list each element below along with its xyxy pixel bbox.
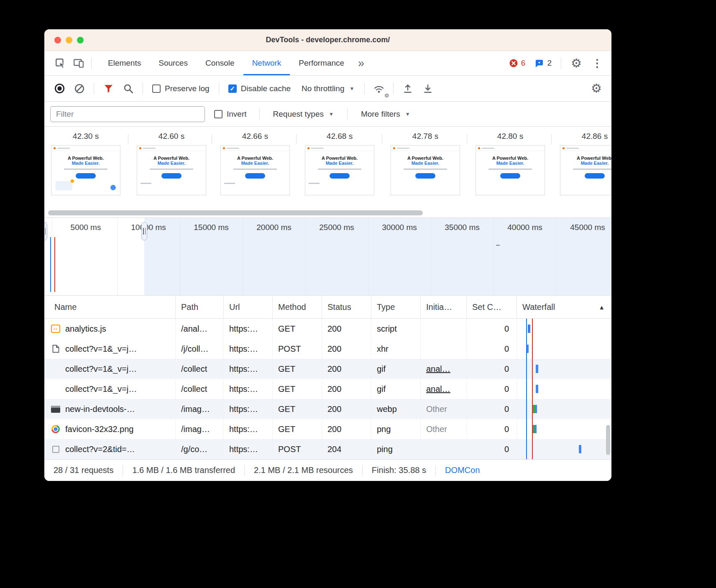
cell-name: new-in-devtools-… [44,399,176,419]
throttling-select[interactable]: No throttling ▼ [297,84,359,93]
disable-cache-checkbox: ✓ [228,84,237,93]
filmstrip-frame[interactable]: 42.80 s A Powerful Web. Made Easier. [476,132,545,195]
kebab-menu-icon: ⋮ [589,57,605,70]
column-header-status[interactable]: Status [322,296,371,318]
thumb-header [221,146,289,151]
thumb-heading: A Powerful Web. [305,156,374,161]
column-header-method[interactable]: Method [273,296,322,318]
thumb-header [560,146,611,151]
thumb-cta-button [245,173,265,179]
frame-timestamp: 42.66 s [220,132,290,145]
divider [143,83,143,95]
thumb-header [391,146,460,151]
minimize-window-button[interactable] [66,37,72,43]
search-network-button[interactable] [119,79,138,98]
cell-initiator [421,439,467,459]
filmstrip-frame[interactable]: 42.86 s A Powerful Web. Made Easier. [560,132,611,195]
throttling-value: No throttling [302,84,344,93]
inspect-element-button[interactable] [51,54,69,72]
tab-network[interactable]: Network [243,51,290,75]
filmstrip-frame[interactable]: 42.78 s A Powerful Web. Made Easier. [391,132,460,195]
cell-set-cookies: 0 [467,379,517,399]
error-badge[interactable]: 6 [506,59,529,68]
filmstrip-frame[interactable]: 42.68 s A Powerful Web. Made Easier. [305,132,374,195]
invert-toggle[interactable]: Invert [210,110,251,119]
cell-waterfall [517,379,611,399]
requests-table-body: analytics.js /anal… https:… GET 200 scri… [44,319,611,459]
domcontentloaded-time: DOMCon [445,465,480,475]
issues-button[interactable]: 2 [531,59,555,68]
import-har-button[interactable] [399,79,417,98]
tab-console[interactable]: Console [197,51,243,75]
script-file-icon [51,325,60,333]
zoom-window-button[interactable] [77,37,84,43]
column-header-set-cookies[interactable]: Set C… [467,296,517,318]
column-header-waterfall[interactable]: Waterfall ▲ [517,296,611,318]
initiator-link[interactable]: anal… [426,364,450,374]
time-tick-label: 5000 ms [71,223,101,232]
filmstrip-frame[interactable]: 42.66 s A Powerful Web. Made Easier. [220,132,290,195]
divider [362,465,363,476]
column-header-path[interactable]: Path [176,296,224,318]
tab-performance[interactable]: Performance [290,51,353,75]
preserve-log-toggle[interactable]: Preserve log [148,84,214,93]
cell-status: 204 [322,439,371,459]
frame-timestamp: 42.78 s [391,132,460,145]
cell-url: https:… [224,359,273,379]
invert-checkbox [214,110,222,118]
network-conditions-button[interactable]: ⚙ [370,79,388,98]
frame-timestamp: 42.30 s [51,132,120,145]
filter-input[interactable] [50,106,205,122]
clear-network-log-button[interactable] [70,79,89,98]
thumb-featured-label [309,183,320,184]
vertical-scrollbar[interactable] [606,425,610,455]
thumb-cta-button [500,173,520,179]
frame-timestamp: 42.80 s [476,132,545,145]
close-window-button[interactable] [54,37,61,43]
record-network-log-button[interactable] [50,79,69,98]
cell-set-cookies: 0 [467,359,517,379]
thumb-featured-label [141,183,151,184]
more-tabs-button[interactable]: » [353,51,369,75]
disable-cache-toggle[interactable]: ✓ Disable cache [224,84,295,93]
cell-waterfall [517,339,611,359]
chrome-favicon-icon [51,424,60,434]
range-handle-right[interactable] [141,222,147,240]
network-settings-button[interactable]: ⚙ [587,79,606,98]
cell-method: GET [273,359,322,379]
column-header-initiator[interactable]: Initia… [421,296,467,318]
tab-elements[interactable]: Elements [99,51,150,75]
range-handle-left[interactable] [44,222,47,240]
waterfall-bar [536,365,538,373]
window-title: DevTools - developer.chrome.com/ [44,36,611,44]
device-toolbar-button[interactable] [69,54,88,72]
export-har-button[interactable] [419,79,437,98]
cell-waterfall [517,359,611,379]
title-bar: DevTools - developer.chrome.com/ [44,29,611,51]
more-filters-select[interactable]: More filters ▼ [356,110,415,119]
settings-gear-button[interactable]: ⚙ [567,54,586,72]
filter-funnel-icon [103,83,114,94]
column-header-type[interactable]: Type [371,296,421,318]
customize-devtools-menu-button[interactable]: ⋮ [588,54,606,72]
thumb-illustration [51,179,120,190]
filmstrip-frame[interactable]: 42.30 s A Powerful Web. Made Easier. [51,132,120,195]
horizontal-scrollbar[interactable] [48,210,423,215]
tab-sources[interactable]: Sources [150,51,197,75]
thumb-header [51,146,120,151]
cell-path: /collect [176,379,224,399]
domcontentloaded-marker-line [526,319,527,459]
filter-toggle-button[interactable] [99,79,118,98]
load-marker-line [532,319,533,459]
cell-name: collect?v=2&tid=… [44,439,176,459]
cell-url: https:… [224,379,273,399]
divider [561,57,561,69]
initiator-link[interactable]: anal… [426,384,450,394]
load-marker-line [54,237,55,292]
column-header-url[interactable]: Url [224,296,273,318]
filmstrip-frame[interactable]: 42.60 s A Powerful Web. Made Easier. [137,132,206,195]
frame-thumbnail: A Powerful Web. Made Easier. [305,145,374,195]
timeline-overview[interactable]: 5000 ms 10000 ms 15000 ms 20000 ms 25000… [44,217,611,296]
column-header-name[interactable]: Name [44,296,176,318]
request-types-select[interactable]: Request types ▼ [268,110,339,119]
